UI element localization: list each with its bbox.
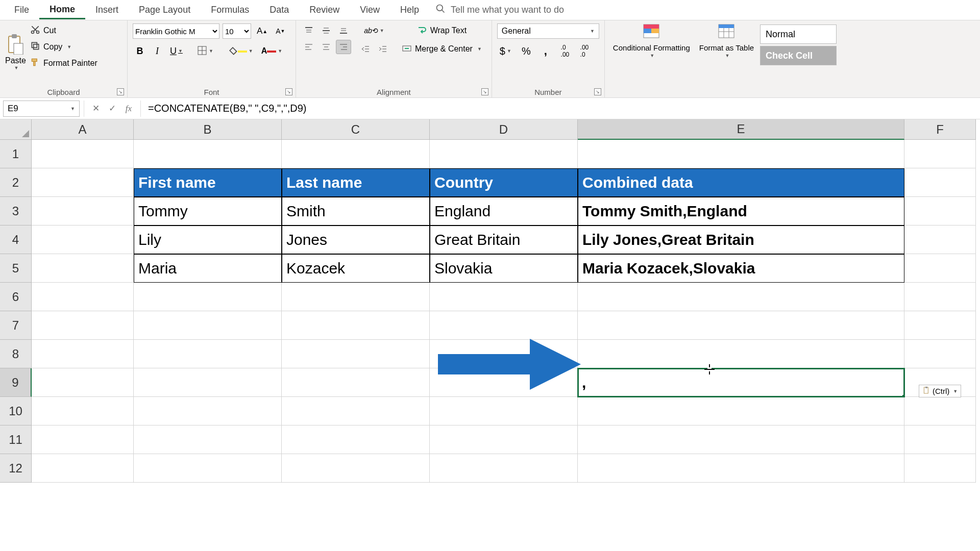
cell[interactable]: Slovakia (430, 254, 578, 283)
cell[interactable] (134, 140, 282, 168)
cell[interactable]: Maria (134, 254, 282, 283)
font-name-select[interactable]: Franklin Gothic M (133, 23, 219, 39)
cell[interactable] (32, 226, 134, 254)
cell[interactable] (430, 397, 578, 425)
cell[interactable] (32, 340, 134, 368)
cell[interactable]: First name (134, 168, 282, 197)
cell[interactable] (282, 283, 430, 311)
cell[interactable] (32, 140, 134, 168)
percent-format-button[interactable]: % (519, 44, 533, 58)
tab-file[interactable]: File (4, 2, 39, 18)
increase-decimal-button[interactable]: .0.00 (558, 44, 572, 58)
cell[interactable] (578, 283, 904, 311)
align-middle-button[interactable] (318, 23, 334, 38)
conditional-formatting-button[interactable]: Conditional Formatting▼ (610, 23, 693, 59)
fx-icon[interactable]: fx (122, 104, 135, 114)
row-header-2[interactable]: 2 (0, 168, 32, 197)
cell[interactable] (282, 311, 430, 340)
align-left-button[interactable] (301, 40, 316, 54)
cell[interactable]: Country (430, 168, 578, 197)
underline-button[interactable]: U▼ (167, 44, 185, 58)
cell[interactable] (134, 340, 282, 368)
row-header-1[interactable]: 1 (0, 140, 32, 168)
number-format-select[interactable]: General ▼ (497, 23, 599, 39)
cell-copied[interactable]: Tommy Smith,England (578, 197, 904, 226)
cell[interactable] (282, 454, 430, 483)
dialog-launcher-font[interactable]: ↘ (285, 88, 292, 95)
decrease-decimal-button[interactable]: .00.0 (577, 44, 592, 58)
cell[interactable] (134, 425, 282, 454)
orientation-button[interactable]: ab⟲▼ (358, 23, 390, 38)
cell-selected-E9[interactable]: , (578, 368, 904, 397)
cell[interactable] (904, 254, 976, 283)
row-header-10[interactable]: 10 (0, 397, 32, 425)
tab-help[interactable]: Help (390, 2, 429, 18)
cell[interactable] (904, 140, 976, 168)
row-header-4[interactable]: 4 (0, 226, 32, 254)
cell[interactable]: Great Britain (430, 226, 578, 254)
copy-button[interactable]: Copy ▼ (30, 40, 97, 54)
col-header-D[interactable]: D (430, 119, 578, 140)
tab-home[interactable]: Home (39, 1, 85, 19)
dialog-launcher-alignment[interactable]: ↘ (481, 88, 488, 95)
cell[interactable] (282, 140, 430, 168)
cell[interactable] (32, 425, 134, 454)
row-header-12[interactable]: 12 (0, 454, 32, 483)
cell[interactable] (578, 311, 904, 340)
bold-button[interactable]: B (133, 44, 147, 58)
cell[interactable] (904, 397, 976, 425)
cut-button[interactable]: Cut (30, 23, 97, 38)
cell[interactable] (32, 368, 134, 397)
cell[interactable] (134, 283, 282, 311)
row-header-9[interactable]: 9 (0, 368, 32, 397)
cell[interactable] (282, 397, 430, 425)
cell[interactable] (430, 283, 578, 311)
formula-bar-input[interactable] (145, 103, 980, 114)
cell[interactable]: Combined data (578, 168, 904, 197)
cell[interactable] (578, 140, 904, 168)
tab-review[interactable]: Review (299, 2, 350, 18)
cell[interactable] (32, 397, 134, 425)
font-color-button[interactable]: A▼ (259, 44, 285, 58)
cell[interactable]: Tommy (134, 197, 282, 226)
align-bottom-button[interactable] (336, 23, 351, 38)
cell[interactable] (578, 425, 904, 454)
cell[interactable]: Jones (282, 226, 430, 254)
tab-page-layout[interactable]: Page Layout (129, 2, 201, 18)
cell[interactable] (904, 226, 976, 254)
cell[interactable] (578, 454, 904, 483)
dialog-launcher-number[interactable]: ↘ (594, 88, 601, 95)
cell[interactable] (904, 283, 976, 311)
comma-format-button[interactable]: , (538, 44, 553, 58)
row-header-3[interactable]: 3 (0, 197, 32, 226)
increase-font-button[interactable]: A▲ (254, 24, 270, 38)
cell[interactable] (134, 311, 282, 340)
cell[interactable] (430, 340, 578, 368)
align-top-button[interactable] (301, 23, 316, 38)
cell[interactable] (430, 454, 578, 483)
cell[interactable] (32, 311, 134, 340)
cell[interactable] (32, 197, 134, 226)
col-header-B[interactable]: B (134, 119, 282, 140)
dialog-launcher-clipboard[interactable]: ↘ (117, 88, 124, 95)
cell[interactable] (578, 340, 904, 368)
cell[interactable] (134, 397, 282, 425)
cell[interactable]: Lily Jones,Great Britain (578, 226, 904, 254)
decrease-font-button[interactable]: A▼ (273, 24, 287, 38)
accept-formula-button[interactable]: ✓ (106, 103, 119, 114)
row-header-11[interactable]: 11 (0, 425, 32, 454)
row-header-8[interactable]: 8 (0, 340, 32, 368)
cell[interactable] (430, 425, 578, 454)
tell-me-search[interactable]: Tell me what you want to do (435, 4, 564, 16)
merge-center-button[interactable]: Merge & Center ▼ (397, 42, 486, 56)
col-header-A[interactable]: A (32, 119, 134, 140)
cell[interactable] (282, 340, 430, 368)
fill-color-button[interactable]: ▼ (225, 44, 256, 58)
col-header-E[interactable]: E (578, 119, 904, 140)
cell[interactable] (32, 254, 134, 283)
cell[interactable] (904, 311, 976, 340)
row-header-7[interactable]: 7 (0, 311, 32, 340)
cell[interactable] (134, 368, 282, 397)
row-header-5[interactable]: 5 (0, 254, 32, 283)
cell[interactable] (904, 197, 976, 226)
